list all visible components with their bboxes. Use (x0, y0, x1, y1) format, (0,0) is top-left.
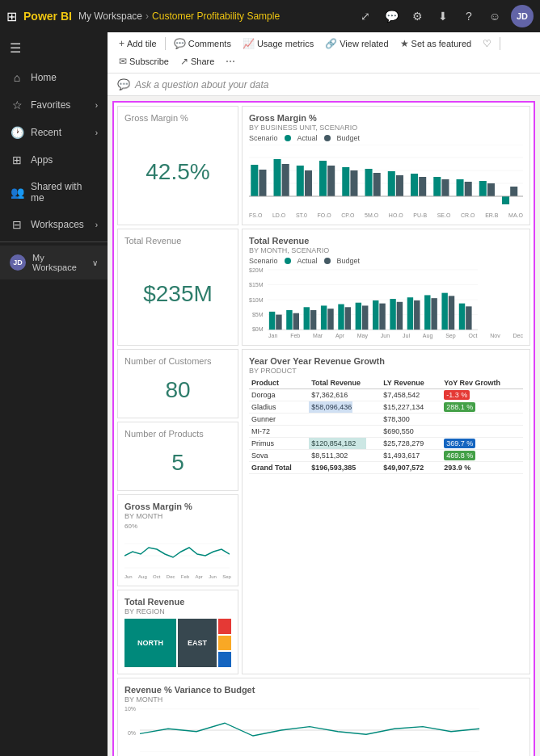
settings-icon[interactable]: ⚙ (407, 6, 427, 26)
table-row-ly-rev: $25,728,279 (381, 438, 441, 450)
workspaces-arrow: › (95, 220, 98, 229)
kpi-customers[interactable]: Number of Customers 80 (117, 349, 238, 418)
main-layout: ☰ ⌂ Home ☆ Favorites › 🕐 Recent › ⊞ Apps… (0, 32, 540, 756)
svg-rect-41 (320, 305, 326, 330)
table-row-yoy: 469.8 % (441, 450, 523, 462)
share-button[interactable]: ↗ Share (175, 53, 219, 69)
kpi-products[interactable]: Number of Products 5 (117, 422, 238, 491)
tr-legend-budget-dot (324, 258, 331, 264)
favorite-button[interactable]: ♡ (478, 36, 496, 52)
kpi-customers-title: Number of Customers (124, 356, 231, 366)
svg-rect-35 (268, 312, 274, 330)
help-icon[interactable]: ? (459, 6, 479, 26)
gm-month-svg (124, 531, 230, 572)
sidebar-item-workspaces[interactable]: ⊟ Workspaces › (0, 211, 108, 238)
table-row-ly-rev: $1,493,617 (381, 450, 441, 462)
tr-legend-budget: Budget (337, 257, 361, 265)
sidebar-apps-label: Apps (31, 154, 98, 166)
tr-y-labels: $20M$15M$10M$5M$0M (249, 267, 265, 332)
more-button[interactable]: ⋯ (221, 53, 240, 69)
table-row-yoy: 369.7 % (441, 438, 523, 450)
svg-rect-20 (419, 177, 426, 196)
kpi-revenue-value: $235M (124, 249, 231, 338)
legend-budget-dot (324, 135, 331, 141)
rev-region-subtitle: BY REGION (124, 607, 231, 615)
home-icon: ⌂ (10, 71, 24, 84)
tr-chart-subtitle: BY MONTH, SCENARIO (249, 246, 523, 254)
col-product: Product (249, 377, 309, 389)
sidebar-item-shared[interactable]: 👥 Shared with me (0, 174, 108, 211)
content-area: + Add tile 💬 Comments 📈 Usage metrics 🔗 … (108, 32, 540, 756)
add-tile-label: Add tile (127, 39, 157, 48)
svg-rect-19 (411, 174, 418, 196)
svg-rect-23 (457, 179, 464, 196)
svg-rect-14 (350, 170, 357, 196)
qa-icon: 💬 (117, 78, 130, 90)
usage-metrics-button[interactable]: 📈 Usage metrics (238, 36, 319, 52)
sidebar-item-home[interactable]: ⌂ Home (0, 64, 108, 91)
comments-label: Comments (188, 39, 231, 48)
share-label: Share (191, 57, 214, 66)
expand-icon[interactable]: ⤢ (356, 6, 375, 26)
smiley-icon[interactable]: ☺ (485, 6, 504, 26)
table-row-yoy: -1.3 % (441, 389, 523, 401)
gross-margin-chart-card[interactable]: Gross Margin % BY BUSINESS UNIT, SCENARI… (242, 106, 530, 225)
table-row-product: Gunner (249, 414, 309, 426)
svg-rect-47 (373, 300, 378, 330)
svg-rect-37 (286, 310, 292, 330)
comments-button[interactable]: 💬 Comments (169, 36, 236, 52)
total-revenue-chart-card[interactable]: Total Revenue BY MONTH, SCENARIO Scenari… (242, 229, 530, 346)
grid-icon[interactable]: ⊞ (6, 9, 17, 24)
set-featured-button[interactable]: ★ Set as featured (395, 36, 477, 52)
ask-bar[interactable]: 💬 Ask a question about your data (108, 74, 540, 96)
legend-scenario-label: Scenario (249, 134, 278, 142)
comment-icon[interactable]: 💬 (382, 6, 401, 26)
top-bar-icons: ⤢ 💬 ⚙ ⬇ ? ☺ JD (356, 5, 534, 27)
svg-rect-45 (355, 303, 361, 330)
avatar[interactable]: JD (511, 5, 534, 27)
add-tile-icon: + (119, 38, 124, 49)
svg-rect-51 (407, 297, 412, 330)
svg-rect-18 (396, 175, 403, 196)
svg-rect-26 (487, 183, 495, 196)
tr-x-labels: JanFebMarAprMayJunJulAugSepOctNovDec (249, 333, 523, 338)
sidebar-item-favorites[interactable]: ☆ Favorites › (0, 91, 108, 119)
gm-x-labels: FS.OLD.OST.0FO.OCP.O5M.OHO.OPU-BSE.OCR.O… (249, 212, 523, 218)
view-related-button[interactable]: 🔗 View related (320, 36, 393, 52)
kpi-gross-margin[interactable]: Gross Margin % 42.5% (117, 106, 238, 225)
sidebar-item-myworkspace[interactable]: JD My Workspace ∨ (0, 246, 108, 279)
rev-var-title: Revenue % Variance to Budget (124, 685, 523, 695)
sidebar-myworkspace-label: My Workspace (32, 253, 86, 272)
sidebar-favorites-label: Favorites (31, 99, 89, 111)
rev-variance-card[interactable]: Revenue % Variance to Budget BY MONTH 10… (117, 678, 530, 756)
svg-rect-24 (465, 182, 472, 196)
svg-rect-13 (342, 167, 349, 196)
comments-icon: 💬 (174, 38, 186, 49)
sidebar: ☰ ⌂ Home ☆ Favorites › 🕐 Recent › ⊞ Apps… (0, 32, 108, 756)
revenue-region-card[interactable]: Total Revenue BY REGION NORTH EAST (117, 590, 238, 674)
gm-bar-chart-svg (249, 145, 523, 209)
subscribe-label: Subscribe (129, 57, 169, 66)
kpi-total-revenue[interactable]: Total Revenue $235M (117, 229, 238, 346)
kpi-gross-margin-title: Gross Margin % (124, 113, 231, 123)
col-ly-rev: LY Revenue (381, 377, 441, 389)
subscribe-button[interactable]: ✉ Subscribe (114, 53, 174, 69)
gm-month-chart[interactable]: Gross Margin % BY MONTH 60% JunAugOctDec… (117, 494, 238, 586)
dashboard: Gross Margin % 42.5% Gross Margin % BY B… (108, 96, 540, 756)
myworkspace-arrow: ∨ (92, 258, 98, 267)
table-row-total-rev (309, 414, 381, 426)
sidebar-item-recent[interactable]: 🕐 Recent › (0, 119, 108, 146)
rev-var-chart-area: 10%0% (124, 706, 523, 754)
workspace-link[interactable]: My Workspace (78, 10, 142, 22)
col-yoy: YoY Rev Growth (441, 377, 523, 389)
hamburger-icon[interactable]: ☰ (0, 32, 108, 64)
add-tile-button[interactable]: + Add tile (114, 36, 162, 52)
region-south (218, 619, 231, 634)
kpi-products-title: Number of Products (124, 429, 231, 439)
yoy-card[interactable]: Year Over Year Revenue Growth BY PRODUCT… (242, 349, 530, 674)
sidebar-item-apps[interactable]: ⊞ Apps (0, 146, 108, 174)
svg-rect-10 (305, 170, 312, 196)
table-row-product: Doroga (249, 389, 309, 401)
download-icon[interactable]: ⬇ (433, 6, 453, 26)
dash-row-3: Number of Customers 80 Number of Product… (117, 349, 530, 674)
